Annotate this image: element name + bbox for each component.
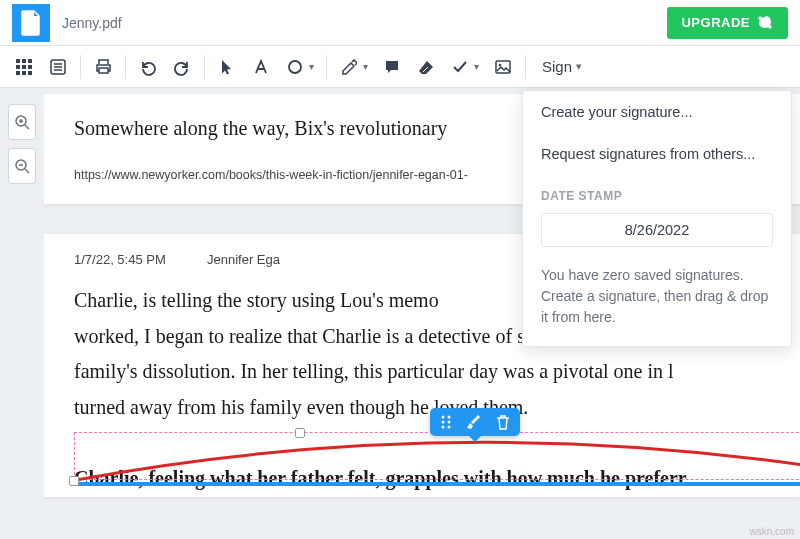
svg-point-13: [289, 61, 301, 73]
drag-handle[interactable]: [440, 414, 452, 430]
separator: [525, 55, 526, 79]
app-logo[interactable]: [12, 4, 50, 42]
upgrade-button[interactable]: UPGRADE: [667, 7, 788, 39]
svg-rect-3: [16, 65, 20, 69]
redo-button[interactable]: [166, 51, 198, 83]
svg-rect-8: [28, 71, 32, 75]
zoom-controls: [0, 88, 44, 539]
filename: Jenny.pdf: [62, 15, 667, 31]
circle-icon: [287, 59, 303, 75]
separator: [204, 55, 205, 79]
redo-icon: [173, 58, 191, 76]
cursor-icon: [220, 59, 234, 75]
shape-dropdown[interactable]: ▾: [279, 51, 320, 83]
zoom-in-icon: [14, 114, 30, 130]
svg-point-23: [442, 416, 445, 419]
comment-button[interactable]: [376, 51, 408, 83]
zoom-out-icon: [14, 158, 30, 174]
svg-line-17: [25, 125, 29, 129]
svg-rect-7: [22, 71, 26, 75]
undo-icon: [139, 58, 157, 76]
chevron-down-icon: ▾: [309, 61, 314, 72]
undo-button[interactable]: [132, 51, 164, 83]
request-signatures-item[interactable]: Request signatures from others...: [523, 133, 791, 175]
annotation-line[interactable]: [76, 482, 800, 486]
zoom-out-button[interactable]: [8, 148, 36, 184]
selected-text: Charlie, feeling what her father felt, g…: [74, 461, 687, 497]
erase-button[interactable]: [410, 51, 442, 83]
svg-point-28: [448, 426, 451, 429]
comment-icon: [384, 59, 400, 75]
image-icon: [495, 59, 511, 75]
svg-rect-1: [22, 59, 26, 63]
thumbnails-button[interactable]: [8, 51, 40, 83]
brush-icon: [466, 414, 482, 430]
separator: [125, 55, 126, 79]
grip-icon: [440, 414, 452, 430]
grid-icon: [16, 59, 32, 75]
trash-icon: [496, 414, 510, 430]
resize-handle-top[interactable]: [295, 428, 305, 438]
highlight-dropdown[interactable]: ▾: [333, 51, 374, 83]
svg-line-21: [25, 169, 29, 173]
svg-rect-4: [22, 65, 26, 69]
outline-button[interactable]: [42, 51, 74, 83]
date-stamp-value[interactable]: 8/26/2022: [541, 213, 773, 247]
separator: [326, 55, 327, 79]
create-signature-item[interactable]: Create your signature...: [523, 91, 791, 133]
image-button[interactable]: [487, 51, 519, 83]
zoom-in-button[interactable]: [8, 104, 36, 140]
highlight-button[interactable]: [333, 51, 365, 83]
svg-point-15: [499, 63, 502, 66]
svg-point-25: [442, 421, 445, 424]
check-icon: [452, 59, 468, 75]
document-icon: [20, 10, 42, 36]
select-button[interactable]: [211, 51, 243, 83]
print-icon: [95, 58, 112, 75]
svg-rect-0: [16, 59, 20, 63]
delete-button[interactable]: [496, 414, 510, 430]
eraser-icon: [418, 59, 435, 75]
chevron-down-icon: ▾: [363, 61, 368, 72]
sign-menu: Create your signature... Request signatu…: [522, 90, 792, 347]
rocket-icon: [758, 15, 774, 31]
text-icon: [253, 59, 269, 75]
svg-point-24: [448, 416, 451, 419]
svg-rect-6: [16, 71, 20, 75]
svg-rect-14: [496, 61, 510, 73]
chevron-down-icon: ▾: [576, 60, 582, 73]
toolbar: ▾ ▾ ▾ Sign ▾: [0, 46, 800, 88]
print-button[interactable]: [87, 51, 119, 83]
date-stamp-label: DATE STAMP: [523, 175, 791, 209]
svg-rect-2: [28, 59, 32, 63]
app-header: Jenny.pdf UPGRADE: [0, 0, 800, 46]
chevron-down-icon: ▾: [474, 61, 479, 72]
sign-label: Sign: [542, 58, 572, 75]
svg-rect-5: [28, 65, 32, 69]
annotation-toolbar: [430, 408, 520, 436]
svg-point-26: [448, 421, 451, 424]
upgrade-label: UPGRADE: [681, 15, 750, 30]
svg-point-27: [442, 426, 445, 429]
highlighter-icon: [341, 59, 357, 75]
resize-handle-left[interactable]: [69, 476, 79, 486]
separator: [80, 55, 81, 79]
author: Jennifer Ega: [207, 252, 280, 267]
timestamp: 1/7/22, 5:45 PM: [74, 252, 166, 267]
watermark: wskn.com: [750, 526, 794, 537]
check-dropdown[interactable]: ▾: [444, 51, 485, 83]
text-button[interactable]: [245, 51, 277, 83]
style-button[interactable]: [466, 414, 482, 430]
signatures-info: You have zero saved signatures. Create a…: [523, 261, 791, 346]
list-icon: [50, 59, 66, 75]
check-button[interactable]: [444, 51, 476, 83]
sign-dropdown[interactable]: Sign ▾: [532, 58, 598, 75]
shape-button[interactable]: [279, 51, 311, 83]
